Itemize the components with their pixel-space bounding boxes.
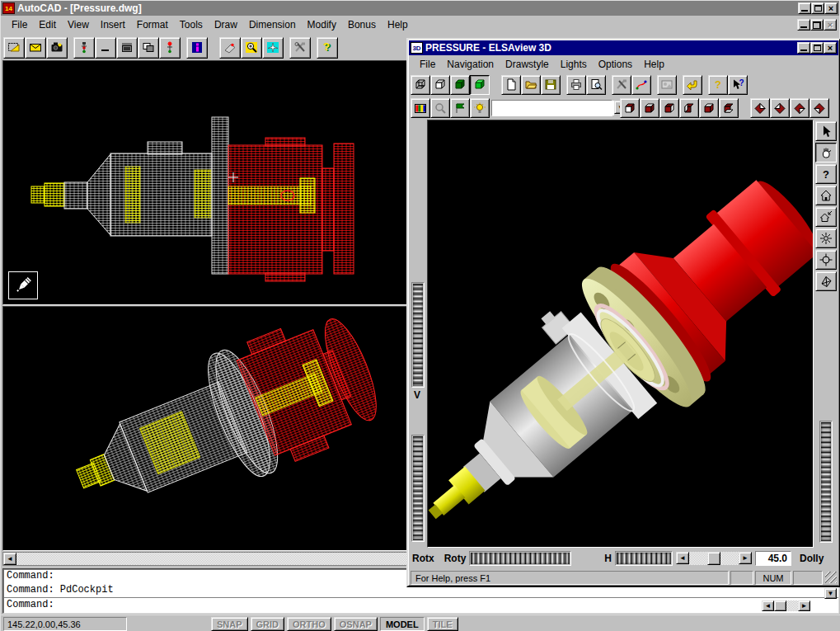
view-front-button[interactable] xyxy=(620,98,640,118)
file-new-button[interactable] xyxy=(501,75,521,95)
explode-view-button[interactable] xyxy=(815,228,837,248)
context-help-button[interactable]: ? xyxy=(728,75,748,95)
select-pointer-button[interactable] xyxy=(815,121,837,141)
snapshot-button[interactable] xyxy=(657,75,677,95)
drawstyle-shaded-button[interactable] xyxy=(470,75,490,95)
elsaview-close-button[interactable]: × xyxy=(824,42,837,54)
document-minimize-button[interactable] xyxy=(797,19,810,31)
home-view-button[interactable] xyxy=(815,186,837,205)
palette-help-button[interactable]: ? xyxy=(815,164,837,184)
drawstyle-hidden-button[interactable] xyxy=(430,75,450,95)
set-home-view-button[interactable] xyxy=(815,207,837,227)
iso-view-2-button[interactable] xyxy=(770,98,790,118)
grid-toggle[interactable]: GRID xyxy=(251,617,285,631)
acad-app-icon[interactable]: 14 xyxy=(2,2,15,14)
rotx-label[interactable]: Rotx xyxy=(412,553,434,564)
command-input-line[interactable]: Command: xyxy=(3,597,838,611)
tile-toggle[interactable]: TILE xyxy=(427,617,458,631)
menu-modify[interactable]: Modify xyxy=(302,16,342,33)
menu-options[interactable]: Options xyxy=(593,56,638,73)
menu-format[interactable]: Format xyxy=(131,16,174,33)
mail-button[interactable] xyxy=(25,37,46,59)
vertical-roller-lower[interactable] xyxy=(411,435,425,542)
elsaview-titlebar[interactable]: 3D PRESSURE - ELSAview 3D × xyxy=(409,40,838,55)
menu-tools[interactable]: Tools xyxy=(174,16,209,33)
scrollbar-track[interactable] xyxy=(689,552,707,565)
window-button[interactable] xyxy=(116,37,138,59)
drawstyle-wireframe-button[interactable] xyxy=(411,75,430,95)
settings-button[interactable] xyxy=(612,75,631,95)
view-bottom-button[interactable] xyxy=(719,98,739,118)
iso-view-1-button[interactable] xyxy=(750,98,770,118)
hierarchy-button[interactable] xyxy=(73,37,95,59)
osnap-toggle[interactable]: OSNAP xyxy=(334,617,378,631)
dolly-scrollbar[interactable]: ◄ ► xyxy=(676,552,752,565)
flag-button[interactable] xyxy=(450,98,470,118)
menu-bonus[interactable]: Bonus xyxy=(342,16,382,33)
print-button[interactable] xyxy=(566,75,586,95)
view-left-button[interactable] xyxy=(659,98,679,118)
resize-grip[interactable] xyxy=(825,572,837,583)
view-top-button[interactable] xyxy=(699,98,719,118)
menu-file[interactable]: File xyxy=(6,16,33,33)
file-open-button[interactable] xyxy=(521,75,541,95)
ortho-toggle[interactable]: ORTHO xyxy=(287,617,331,631)
view-combobox[interactable]: ▼ xyxy=(491,100,612,116)
document-restore-button[interactable] xyxy=(810,19,824,31)
scroll-left-button[interactable]: ◄ xyxy=(762,600,774,611)
menu-help[interactable]: Help xyxy=(638,56,670,73)
view-right-button[interactable] xyxy=(679,98,699,118)
cascade-windows-button[interactable] xyxy=(138,37,159,59)
dash-button[interactable] xyxy=(95,37,116,59)
h-roller[interactable] xyxy=(615,551,673,566)
elsaview-maximize-button[interactable] xyxy=(810,42,824,54)
file-save-button[interactable] xyxy=(541,75,561,95)
tools-button[interactable] xyxy=(289,37,311,59)
view-combo-input[interactable] xyxy=(492,101,614,115)
view-back-button[interactable] xyxy=(640,98,659,118)
scrollbar-track[interactable] xyxy=(720,552,739,565)
menu-edit[interactable]: Edit xyxy=(33,16,62,33)
center-view-button[interactable] xyxy=(815,250,837,270)
scrollbar-thumb[interactable] xyxy=(707,552,720,565)
hierarchy-star-button[interactable] xyxy=(159,37,181,59)
elsaview-3d-viewport[interactable] xyxy=(427,120,814,548)
scroll-right-button[interactable]: ► xyxy=(798,600,810,611)
dolly-label[interactable]: Dolly xyxy=(800,553,824,564)
camera-button[interactable] xyxy=(46,37,68,59)
menu-lights[interactable]: Lights xyxy=(555,56,593,73)
acad-maximize-button[interactable] xyxy=(811,2,824,14)
scroll-left-button[interactable]: ◄ xyxy=(3,553,16,565)
elsaview-minimize-button[interactable] xyxy=(797,42,810,54)
lights-button[interactable] xyxy=(470,98,490,118)
elsaview-app-icon[interactable]: 3D xyxy=(411,42,423,54)
document-close-button[interactable]: × xyxy=(824,19,837,31)
roty-roller[interactable] xyxy=(469,551,571,566)
acad-titlebar[interactable]: 14 AutoCAD - [Pressure.dwg] × xyxy=(1,1,839,16)
acad-minimize-button[interactable] xyxy=(798,2,811,14)
help-button[interactable]: ? xyxy=(708,75,728,95)
print-preview-button[interactable] xyxy=(586,75,606,95)
drawstyle-flat-button[interactable] xyxy=(450,75,470,95)
command-input-scrollbar[interactable]: ◄ ► xyxy=(762,600,810,611)
model-toggle[interactable]: MODEL xyxy=(380,617,425,631)
iso-view-3-button[interactable] xyxy=(790,98,809,118)
acad-close-button[interactable]: × xyxy=(824,2,838,14)
info-button[interactable] xyxy=(186,37,208,59)
menu-draw[interactable]: Draw xyxy=(209,16,243,33)
select-window-button[interactable] xyxy=(3,37,25,59)
vertical-roller-upper[interactable] xyxy=(411,282,425,388)
airplane-button[interactable] xyxy=(262,37,284,59)
menu-drawstyle[interactable]: Drawstyle xyxy=(500,56,555,73)
menu-navigation[interactable]: Navigation xyxy=(441,56,500,73)
vertical-roller-right[interactable] xyxy=(819,421,833,543)
path-button[interactable] xyxy=(631,75,651,95)
zoom-plus-button[interactable] xyxy=(241,37,262,59)
scrollbar-track[interactable] xyxy=(786,600,798,611)
export-button[interactable] xyxy=(683,75,702,95)
menu-dimension[interactable]: Dimension xyxy=(243,16,302,33)
iso-view-4-button[interactable] xyxy=(809,98,829,118)
snap-toggle[interactable]: SNAP xyxy=(211,617,248,631)
colors-button[interactable] xyxy=(411,98,430,118)
scroll-right-button[interactable]: ► xyxy=(739,552,752,564)
